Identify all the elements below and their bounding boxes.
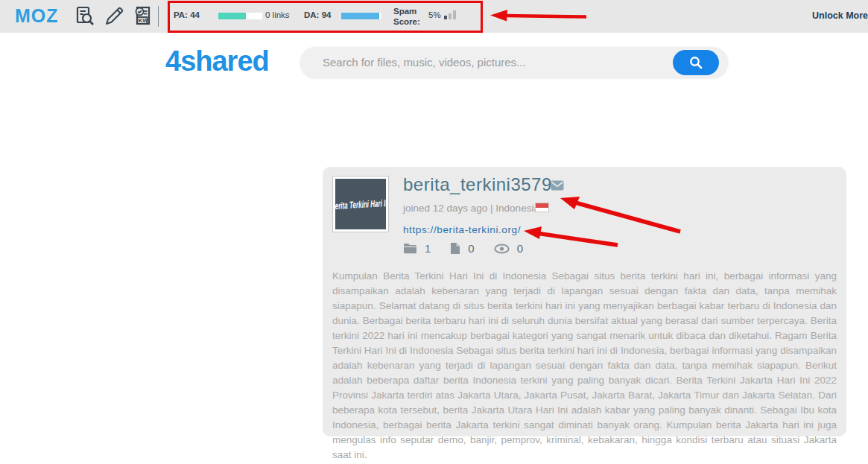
- pencil-icon[interactable]: [103, 5, 125, 28]
- views-stat[interactable]: 0: [494, 242, 523, 255]
- profile-description: Kumpulan Berita Terkini Hari Ini di Indo…: [332, 269, 837, 463]
- file-icon: [450, 242, 460, 255]
- unlock-more-link[interactable]: Unlock More F: [812, 10, 868, 21]
- search-input[interactable]: [323, 47, 665, 77]
- profile-avatar: Berita Terkini Hari Ini: [333, 177, 388, 232]
- search-button[interactable]: [673, 50, 719, 75]
- profile-stats: 1 0 0: [403, 242, 523, 255]
- files-count: 0: [468, 242, 474, 255]
- pa-score-label: PA: 44: [174, 10, 200, 19]
- folders-stat[interactable]: 1: [403, 242, 431, 255]
- search-icon: [689, 56, 703, 69]
- pa-score-meter-fill: [218, 13, 246, 19]
- toolbar-divider: [158, 6, 159, 27]
- website-link[interactable]: https://berita-terkini.org/: [403, 224, 521, 235]
- avatar-text: Berita Terkini Hari Ini: [333, 197, 388, 212]
- search-bar: [300, 47, 728, 77]
- mozbar-toolbar: MOZ KW PA: 44 0 links DA: 94: [0, 0, 868, 33]
- 4shared-logo[interactable]: 4shared: [165, 45, 269, 77]
- svg-text:KW: KW: [139, 17, 149, 24]
- da-score-label: DA: 94: [304, 10, 331, 19]
- links-count-label: 0 links: [265, 10, 290, 19]
- files-stat[interactable]: 0: [450, 242, 474, 255]
- spam-score-bars-icon: [444, 10, 456, 19]
- folders-count: 1: [425, 242, 431, 255]
- spam-score-value: 5%: [428, 10, 441, 19]
- views-count: 0: [517, 242, 523, 255]
- send-message-envelope-icon[interactable]: [551, 180, 564, 194]
- page-analysis-icon[interactable]: [73, 5, 95, 28]
- keyword-kw-icon[interactable]: KW: [131, 5, 153, 28]
- profile-username: berita_terkini3579: [403, 174, 552, 195]
- 4shared-logo-4: 4: [165, 45, 180, 77]
- joined-info: joined 12 days ago | Indonesia: [403, 203, 539, 214]
- spam-score-label: Spam Score:: [393, 6, 428, 27]
- eye-icon: [494, 244, 510, 254]
- moz-logo[interactable]: MOZ: [15, 5, 59, 27]
- pa-score-meter: [218, 13, 262, 19]
- da-score-meter-fill: [341, 13, 379, 19]
- profile-card: Berita Terkini Hari Ini berita_terkini35…: [323, 167, 846, 436]
- da-score-meter: [341, 13, 381, 19]
- indonesia-flag-icon: [535, 203, 549, 212]
- 4shared-logo-shared: shared: [180, 45, 269, 77]
- folder-icon: [403, 243, 417, 254]
